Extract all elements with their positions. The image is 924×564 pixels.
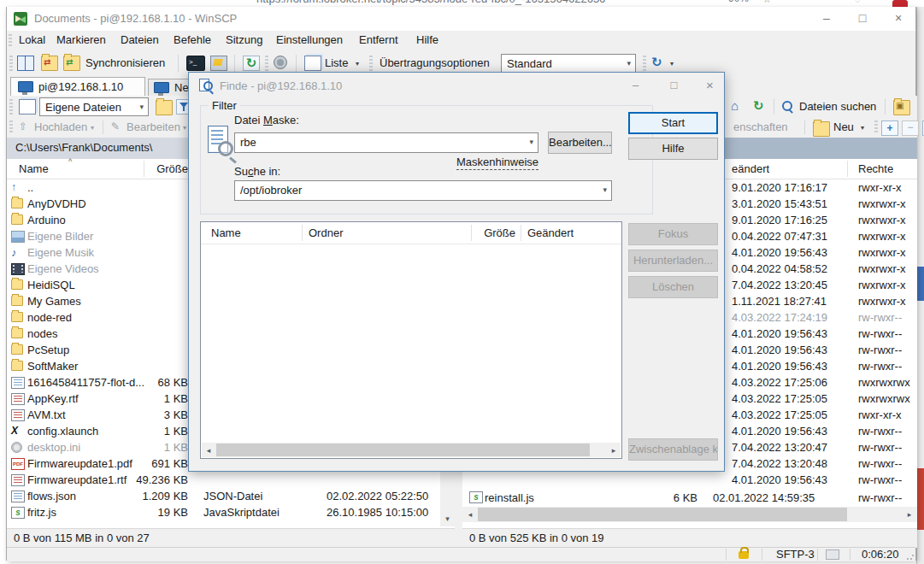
focus-button[interactable]: Fokus (628, 223, 718, 245)
scroll-left-icon[interactable]: ◂ (464, 510, 476, 519)
toolbar-grip (9, 34, 12, 48)
table-row[interactable]: Firmwareupdate1.rtf49.236 KB (7, 472, 455, 488)
edit-button[interactable]: Bearbeiten (127, 120, 180, 133)
column-modified[interactable]: Geändert (527, 226, 574, 239)
queue-icon[interactable] (210, 56, 227, 71)
delete-button[interactable]: Löschen (628, 276, 718, 298)
filter-group-label: Filter (209, 99, 240, 112)
file-rights: rwxrwxr-x (858, 214, 906, 226)
list-view-icon[interactable] (304, 56, 321, 71)
column-name[interactable]: Name (211, 226, 241, 239)
new-button[interactable]: Neu (833, 120, 854, 133)
scroll-thumb[interactable] (216, 444, 590, 456)
columns-layout-icon[interactable] (17, 56, 34, 71)
file-rights: rw-rwxr-- (858, 327, 902, 340)
transfer-preset-select[interactable]: Standard ▾ (501, 54, 636, 73)
background-red-fragment (917, 468, 924, 530)
copy-to-clipboard-button[interactable]: Zwischenablage kop (628, 438, 718, 461)
dialog-title-bar: Finde - pi@192.168.1.10 – □ × (189, 73, 724, 98)
download-button[interactable]: Herunterladen... (628, 250, 718, 272)
rtf-icon (11, 393, 25, 405)
scroll-thumb[interactable] (478, 508, 847, 521)
close-button[interactable]: × (884, 7, 913, 31)
find-files-button[interactable]: Dateien suchen (799, 100, 876, 113)
search-in-input[interactable]: /opt/iobroker ▾ (234, 180, 612, 201)
copy-files-icon[interactable]: ▣ (893, 100, 910, 115)
drive-selector[interactable]: Eigene Dateien ▾ (39, 97, 149, 116)
home-icon[interactable]: ⌂ (731, 99, 739, 113)
scroll-right-icon[interactable]: ▸ (903, 510, 915, 519)
file-modified: 7.04.2022 13:20:47 (732, 441, 827, 454)
chevron-down-icon: ▾ (603, 185, 607, 194)
table-row[interactable]: sfritz.js19 KBJavaSkriptdatei26.10.1985 … (7, 504, 455, 520)
start-button[interactable]: Start (628, 112, 718, 134)
scroll-down-icon[interactable]: ▾ (440, 514, 455, 523)
winscp-logo-icon (14, 12, 27, 26)
menu-lokal[interactable]: Lokal (19, 33, 45, 46)
open-folder-icon[interactable] (156, 100, 173, 115)
help-button[interactable]: Hilfe (628, 138, 718, 160)
synchronize-button[interactable]: Synchronisieren (85, 56, 165, 69)
inc-search-plus-icon[interactable]: + (881, 120, 898, 136)
list-view-button[interactable]: Liste (325, 56, 348, 69)
js-icon: s (11, 507, 25, 519)
column-modified[interactable]: eändert (732, 162, 769, 175)
column-rights[interactable]: Rechte (858, 162, 893, 175)
file-size: 691 KB (109, 457, 188, 470)
file-rights: rwxrwxr-x (858, 295, 906, 308)
file-rights: rwxrwxr-x (858, 246, 906, 259)
chevron-down-icon: ▾ (91, 124, 94, 132)
table-row[interactable]: 4.01.2020 19:56:43rw-rwxr-- (462, 472, 917, 488)
maximize-button[interactable]: □ (848, 7, 877, 31)
gear-icon[interactable] (274, 56, 287, 69)
chevron-down-icon[interactable]: ▾ (670, 60, 674, 68)
file-name: .. (27, 181, 33, 194)
chevron-down-icon[interactable]: ▾ (356, 60, 359, 68)
menu-entfernt[interactable]: Entfernt (359, 33, 398, 46)
search-results-list[interactable]: Name Ordner Größe Geändert ◂ ▸ (200, 221, 622, 459)
results-horizontal-scrollbar[interactable]: ◂ ▸ (202, 443, 621, 457)
menu-markieren[interactable]: Markieren (56, 33, 106, 46)
sync-folder-red-icon[interactable]: ⇄ (41, 56, 58, 71)
terminal-icon[interactable]: >_ (186, 56, 205, 71)
column-folder[interactable]: Ordner (309, 226, 343, 239)
file-mask-input[interactable]: rbe ▾ (234, 132, 539, 153)
refresh-icon[interactable]: ↻ (243, 56, 260, 71)
dialog-close-button[interactable]: × (696, 73, 724, 97)
menu-sitzung[interactable]: Sitzung (226, 33, 262, 46)
file-rights: rw-rwxr-- (858, 360, 902, 373)
toolbar-grip (9, 99, 13, 115)
menu-dateien[interactable]: Dateien (121, 33, 159, 46)
refresh-icon[interactable]: ↻ (753, 99, 764, 113)
properties-button[interactable]: enschaften (733, 120, 788, 133)
separator (234, 55, 235, 72)
column-size[interactable]: Größe (457, 226, 515, 239)
scroll-right-icon[interactable]: ▸ (609, 446, 619, 455)
minimize-button[interactable]: – (812, 7, 841, 31)
file-rights: rwxr-xr-x (858, 181, 902, 194)
transfer-preset-globe-icon[interactable]: ↻ (651, 56, 667, 69)
scroll-left-icon[interactable]: ◂ (203, 446, 214, 455)
menu-einstellungen[interactable]: Einstellungen (276, 33, 343, 46)
heart-icon (892, 0, 908, 7)
dialog-minimize-button[interactable]: – (621, 73, 650, 97)
file-rights: rwxr-xr-x (858, 408, 902, 421)
sync-folder-green-icon[interactable]: ⇄ (63, 56, 80, 71)
search-icon (782, 101, 793, 112)
edit-mask-button[interactable]: Bearbeiten... (548, 132, 612, 154)
resize-grip[interactable] (906, 552, 915, 561)
chevron-down-icon: ▾ (861, 124, 864, 132)
column-size[interactable]: Größe (109, 162, 188, 175)
toolbar-grip (874, 120, 878, 134)
table-row[interactable]: flows.json1.209 KBJSON-Datei02.02.2022 0… (7, 488, 455, 504)
menu-befehle[interactable]: Befehle (174, 33, 211, 46)
inc-search-minus-icon[interactable]: − (902, 120, 919, 136)
upload-button[interactable]: Hochladen (34, 120, 87, 133)
mask-hints-link[interactable]: Maskenhinweise (436, 156, 539, 168)
menu-hilfe[interactable]: Hilfe (416, 33, 438, 46)
tab-session-active[interactable]: pi@192.168.1.10 (10, 77, 145, 96)
table-row[interactable]: s reinstall.js 6 KB 02.01.2022 14:59:35 … (462, 489, 917, 506)
dialog-maximize-button[interactable]: □ (660, 73, 688, 97)
column-name[interactable]: Name (19, 162, 49, 175)
remote-horizontal-scrollbar[interactable]: ◂ ▸ (462, 507, 917, 522)
